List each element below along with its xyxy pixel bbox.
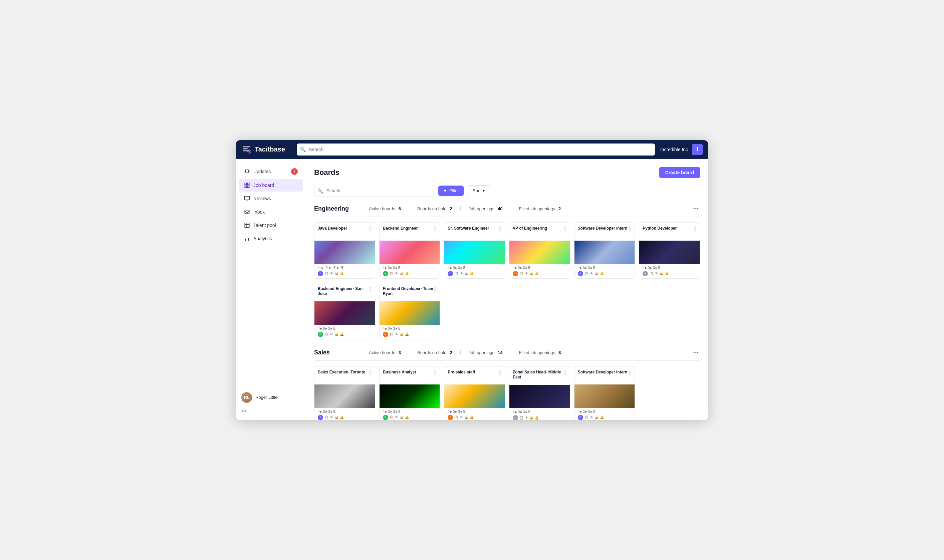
board-card-python-developer[interactable]: Python Developer ⋮ 4►0►3►5 F 📋👁🔒 🔔 — [639, 222, 700, 278]
eng-more-button[interactable]: ··· — [691, 205, 700, 212]
section-engineering-stats: Active boards 6 Boards on hold 2 Job ope… — [361, 206, 691, 211]
card-more-icon[interactable]: ⋮ — [368, 369, 373, 375]
card-more-icon[interactable]: ⋮ — [432, 225, 437, 232]
member-avatar: A — [318, 271, 323, 276]
card-meta: 4►0►3►5 F 📋👁🔒 🔔 — [639, 264, 700, 278]
board-card-software-developer-intern[interactable]: Software Developer Intern ⋮ 4►0►3►5 E 📋👁… — [574, 222, 635, 278]
sales-filled-openings-stat: Filled job openings 8 — [511, 350, 569, 355]
section-sales-header: Sales Active boards 3 Boards on hold 2 J… — [314, 349, 700, 361]
svg-rect-2 — [248, 183, 249, 185]
star-icon — [244, 195, 250, 202]
sidebar-item-updates-label: Updates — [253, 169, 271, 174]
page-header: Boards Create board — [314, 167, 700, 178]
sidebar-item-updates[interactable]: Updates 9 — [239, 165, 303, 178]
card-more-icon[interactable]: ⋮ — [562, 225, 568, 232]
member-avatar: G — [318, 332, 323, 337]
card-more-icon[interactable]: ⋮ — [497, 225, 503, 232]
card-title: Java Developer — [318, 226, 371, 236]
sidebar-user-area: RL Roger Little — [236, 388, 306, 407]
navbar: Tacitbase 🔍 Incredible Inc I — [236, 140, 708, 159]
member-avatar: H — [383, 332, 388, 337]
card-title: VP of Engineering — [513, 226, 567, 236]
member-avatar: C — [448, 271, 453, 276]
filter-button[interactable]: ▼ Filter — [438, 186, 464, 196]
sales-boards-hold-stat: Boards on hold 2 — [409, 350, 460, 355]
card-more-icon[interactable]: ⋮ — [368, 225, 373, 232]
sidebar-item-jobboard[interactable]: Job board — [239, 179, 303, 192]
card-meta: 4►0►3►5 B 📋👁🔒 🔔 — [380, 408, 440, 420]
card-more-icon[interactable]: ⋮ — [627, 225, 633, 232]
toolbar-search-input[interactable] — [314, 185, 434, 197]
svg-rect-7 — [245, 223, 249, 228]
card-meta: 4►0►3►5 E 📋👁🔒 🔔 — [574, 264, 635, 278]
card-meta: 4►0►3►5 H 📋👁🔒 🔔 — [380, 325, 440, 339]
card-more-icon[interactable]: ⋮ — [432, 369, 437, 375]
board-card-business-analyst[interactable]: Business Analyst ⋮ 4►0►3►5 B 📋👁🔒 🔔 — [379, 366, 440, 420]
toolbar-search-icon: 🔍 — [317, 188, 323, 194]
nav-search-input[interactable] — [297, 143, 655, 155]
board-card-presales-staff[interactable]: Pre-sales staff ⋮ 4►0►3►5 C 📋👁🔒 🔔 — [444, 366, 505, 420]
navbar-right: Incredible Inc I — [660, 144, 703, 155]
board-card-backend-engineer[interactable]: Backend Engineer ⋮ 4►0►3►5 B 📋👁🔒 🔔 — [379, 222, 440, 278]
card-more-icon[interactable]: ⋮ — [368, 286, 373, 292]
company-name: Incredible Inc — [660, 147, 688, 152]
chart-icon — [244, 235, 250, 242]
card-title: Sales Executive- Toronto — [318, 370, 371, 380]
card-more-icon[interactable]: ⋮ — [562, 369, 568, 375]
board-card-sales-exec-toronto[interactable]: Sales Executive- Toronto ⋮ 4►0►3►5 A 📋👁🔒… — [314, 366, 375, 420]
card-meta: 4►0►3►5 D 📋👁🔒 🔔 — [510, 264, 570, 278]
engineering-boards-grid: Java Developer ⋮ 4►0►3►5 A 📋👁🔒 🔔 — [314, 222, 700, 339]
board-card-java-developer[interactable]: Java Developer ⋮ 4►0►3►5 A 📋👁🔒 🔔 — [314, 222, 375, 278]
member-avatar: A — [318, 415, 323, 420]
card-thumbnail — [444, 385, 505, 408]
filter-icon: ▼ — [443, 188, 447, 193]
card-more-icon[interactable]: ⋮ — [497, 369, 503, 375]
card-more-icon[interactable]: ⋮ — [692, 225, 698, 232]
card-thumbnail — [314, 385, 375, 408]
card-meta: 4►0►3►5 G 📋👁🔒 🔔 — [314, 325, 375, 339]
board-card-sr-software-engineer[interactable]: Sr. Software Engineer ⋮ 4►0►3►5 C 📋👁🔒 🔔 — [444, 222, 505, 278]
sidebar-item-talentpool[interactable]: Talent pool — [239, 219, 303, 232]
nav-search-icon: 🔍 — [300, 147, 306, 152]
sort-button[interactable]: Sort ▾ — [468, 185, 490, 196]
brand: Tacitbase — [241, 144, 291, 155]
card-thumbnail — [444, 241, 505, 264]
card-title: Software Developer Intern — [578, 370, 631, 380]
card-more-icon[interactable]: ⋮ — [432, 286, 437, 292]
board-card-backend-sanjose[interactable]: Backend Engineer- San Jose ⋮ 4►0►3►5 G 📋… — [314, 283, 375, 339]
brand-icon — [241, 144, 252, 155]
card-meta: 4►0►3►5 A 📋👁🔒 🔔 — [314, 408, 375, 420]
member-avatar: D — [513, 415, 518, 420]
main-layout: Updates 9 Job board Reviews — [236, 159, 708, 420]
sidebar-item-reviews[interactable]: Reviews — [239, 192, 303, 205]
svg-rect-5 — [245, 196, 250, 200]
board-card-sales-sdi[interactable]: Software Developer Intern ⋮ 4►0►3►5 E 📋👁… — [574, 366, 635, 420]
card-title: Frontend Developer- Team Ryan — [383, 286, 437, 297]
sales-active-boards-stat: Active boards 3 — [361, 350, 409, 355]
member-avatar: C — [448, 415, 453, 420]
create-board-button[interactable]: Create board — [659, 167, 700, 178]
card-title: Pre-sales staff — [448, 370, 501, 380]
card-thumbnail — [639, 241, 700, 264]
updates-badge: 9 — [291, 168, 298, 175]
svg-rect-4 — [248, 186, 249, 187]
card-more-icon[interactable]: ⋮ — [627, 369, 633, 375]
section-engineering: Engineering Active boards 6 Boards on ho… — [314, 205, 700, 339]
sidebar-item-analytics[interactable]: Analytics — [239, 232, 303, 245]
sidebar-item-inbox[interactable]: Inbox — [239, 206, 303, 218]
sidebar-item-analytics-label: Analytics — [253, 236, 272, 241]
sales-more-button[interactable]: ··· — [691, 349, 700, 357]
card-thumbnail — [380, 385, 440, 408]
member-avatar: B — [383, 271, 388, 276]
card-title: Python Developer — [642, 226, 696, 236]
board-card-vp-engineering[interactable]: VP of Engineering ⋮ 4►0►3►5 D 📋👁🔒 🔔 — [509, 222, 570, 278]
board-card-frontend-teamryan[interactable]: Frontend Developer- Team Ryan ⋮ 4►0►3►5 … — [379, 283, 440, 339]
card-thumbnail — [510, 241, 570, 264]
section-sales: Sales Active boards 3 Boards on hold 2 J… — [314, 349, 700, 420]
collapse-sidebar-button[interactable]: << — [241, 408, 300, 414]
card-title: Sr. Software Engineer — [448, 226, 501, 236]
section-sales-stats: Active boards 3 Boards on hold 2 Job ope… — [361, 350, 691, 355]
board-card-zonal-sales-head[interactable]: Zonal Sales Head- Middle East ⋮ 4►0►3►5 … — [509, 366, 570, 420]
member-avatar: E — [578, 415, 583, 420]
sidebar-item-inbox-label: Inbox — [253, 209, 265, 215]
